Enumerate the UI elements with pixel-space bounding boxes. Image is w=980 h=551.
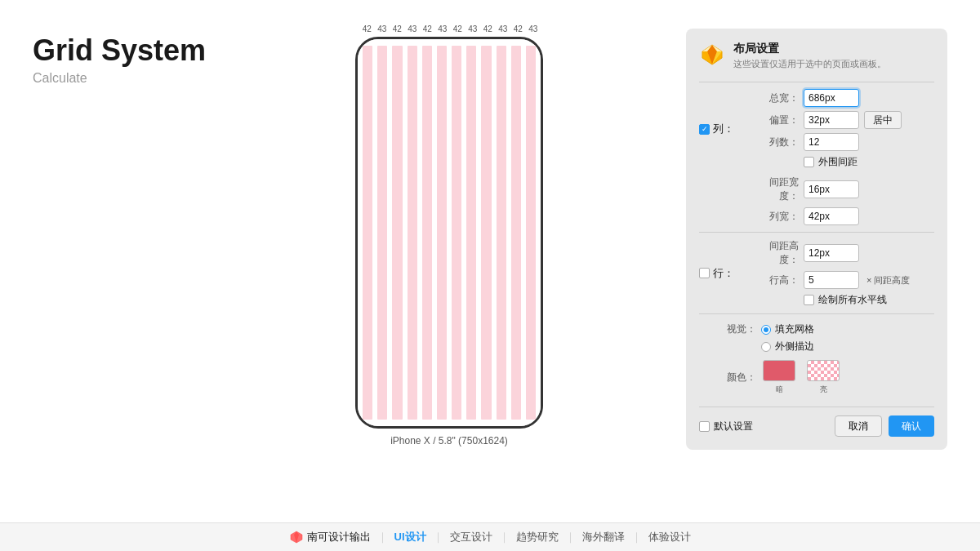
columns-label: 列：: [713, 122, 734, 136]
count-label: 列数：: [756, 136, 799, 149]
panel-subtitle: 这些设置仅适用于选中的页面或画板。: [733, 58, 886, 70]
fill-label: 填充网格: [775, 322, 814, 336]
footer-link-translation[interactable]: 海外翻译: [582, 530, 625, 544]
footer-link-ui[interactable]: UI设计: [394, 530, 426, 544]
draw-lines-checkbox[interactable]: [804, 295, 814, 305]
outer-spacing-label: 外围间距: [818, 155, 858, 169]
gap-height-input[interactable]: 12px: [804, 244, 859, 262]
columns-checkbox[interactable]: [699, 124, 710, 135]
column-numbers: 424342434243424342434243: [358, 24, 541, 33]
rows-checkbox[interactable]: [699, 268, 710, 278]
dark-swatch[interactable]: [763, 360, 795, 381]
columns-section: 列： 总宽： 686px 偏置： 32px 居中 列数： 12: [699, 89, 934, 169]
confirm-button[interactable]: 确认: [889, 415, 934, 437]
align-btn[interactable]: 居中: [864, 111, 902, 129]
light-swatch[interactable]: [807, 360, 840, 381]
row-height-label: 行高：: [756, 273, 799, 287]
brand-icon: [290, 531, 303, 544]
footer-link-ux[interactable]: 体验设计: [648, 530, 691, 544]
phone-preview: [355, 37, 543, 429]
footer-bar: 南可设计输出 ｜ UI设计 ｜ 交互设计 ｜ 趋势研究 ｜ 海外翻译 ｜ 体验设…: [0, 522, 980, 551]
footer-link-trends[interactable]: 趋势研究: [516, 530, 559, 544]
visual-label: 视觉：: [714, 322, 756, 336]
col-width-label: 列宽：: [756, 210, 799, 224]
rows-section: 行： 间距高度： 12px 行高： 5 × 间距高度 绘制所有水平线: [699, 239, 934, 307]
phone-label: iPhone X / 5.8" (750x1624): [390, 435, 508, 447]
rows-label: 行：: [713, 266, 734, 281]
footer-link-interaction[interactable]: 交互设计: [450, 530, 492, 544]
stroke-label: 外侧描边: [775, 340, 814, 353]
stroke-radio[interactable]: [761, 342, 771, 352]
sketch-icon: [699, 42, 725, 68]
offset-input[interactable]: 32px: [804, 111, 859, 129]
total-width-input[interactable]: 686px: [804, 89, 859, 107]
panel-title: 布局设置: [733, 42, 886, 56]
count-input[interactable]: 12: [804, 133, 859, 151]
page-title: Grid System: [33, 33, 212, 68]
settings-panel: 布局设置 这些设置仅适用于选中的页面或画板。 列： 总宽： 686px 偏置：: [686, 29, 947, 450]
default-settings-checkbox[interactable]: [699, 421, 710, 432]
draw-lines-label: 绘制所有水平线: [818, 293, 887, 307]
grid-columns: [358, 39, 541, 426]
total-width-label: 总宽：: [756, 91, 799, 105]
row-height-input[interactable]: 5: [804, 271, 859, 289]
light-label: 亮: [820, 384, 827, 395]
gap-height-label: 间距高度：: [756, 239, 799, 267]
panel-footer: 默认设置 取消 确认: [699, 407, 934, 437]
offset-label: 偏置：: [756, 113, 799, 127]
col-width-input[interactable]: 42px: [804, 207, 859, 225]
visual-section: 视觉： 填充网格 外侧描边: [699, 322, 934, 353]
row-height-suffix: × 间距高度: [866, 274, 910, 287]
fill-radio[interactable]: [761, 325, 771, 335]
dark-label: 暗: [776, 384, 783, 395]
outer-spacing-checkbox[interactable]: [804, 157, 814, 167]
gap-width-label: 间距宽度：: [756, 176, 799, 203]
brand-name: 南可设计输出: [307, 530, 371, 544]
color-label: 颜色：: [714, 371, 756, 384]
page-subtitle: Calculate: [33, 71, 212, 86]
gap-width-input[interactable]: 16px: [804, 180, 859, 198]
color-row: 颜色： 暗 亮: [699, 360, 934, 395]
cancel-button[interactable]: 取消: [835, 415, 882, 437]
default-settings-label: 默认设置: [714, 420, 753, 433]
